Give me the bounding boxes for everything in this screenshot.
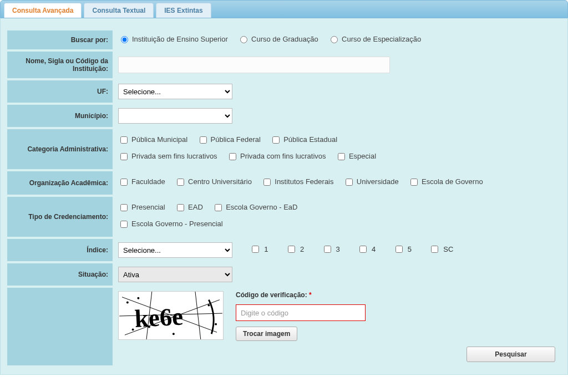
radio-esp-label[interactable]: Curso de Especialização: [328, 34, 421, 43]
chk-ead-label[interactable]: EAD: [175, 200, 203, 215]
radio-grad-label[interactable]: Curso de Graduação: [237, 34, 318, 43]
chk-priv-sem-label[interactable]: Privada sem fins lucrativos: [118, 149, 217, 164]
chk-escola-gov[interactable]: [410, 179, 418, 186]
chk-pub-est-label[interactable]: Pública Estadual: [270, 133, 337, 147]
chk-especial[interactable]: [338, 153, 345, 160]
chk-faculdade[interactable]: [120, 179, 128, 186]
label-situacao: Situação:: [7, 263, 113, 286]
chk-presencial[interactable]: [120, 204, 128, 211]
chk-indice-5[interactable]: [395, 246, 403, 253]
tab-ies-extintas[interactable]: IES Extintas: [156, 3, 211, 18]
chk-faculdade-text: Faculdade: [131, 175, 165, 189]
chk-indice-2[interactable]: [288, 246, 295, 253]
captcha-input[interactable]: [236, 304, 366, 321]
select-indice[interactable]: Selecione...: [118, 242, 232, 258]
svg-point-10: [207, 304, 210, 306]
chk-eg-ead-label[interactable]: Escola Governo - EaD: [212, 200, 297, 215]
chk-pub-est-text: Pública Estadual: [283, 133, 337, 147]
captcha-image: ke6e: [118, 291, 224, 340]
chk-universidade-label[interactable]: Universidade: [343, 175, 399, 189]
select-situacao[interactable]: Ativa: [118, 267, 232, 282]
search-button[interactable]: Pesquisar: [466, 347, 555, 362]
radio-grad[interactable]: [240, 36, 247, 43]
tab-consulta-avancada[interactable]: Consulta Avançada: [4, 3, 82, 18]
chk-pub-mun[interactable]: [120, 136, 128, 144]
chk-indice-3-text: 3: [336, 245, 340, 253]
chk-indice-1[interactable]: [252, 246, 259, 253]
svg-text:ke6e: ke6e: [134, 302, 184, 333]
chk-eg-pres-label[interactable]: Escola Governo - Presencial: [118, 217, 223, 231]
chk-universidade-text: Universidade: [357, 175, 399, 189]
tab-consulta-textual[interactable]: Consulta Textual: [84, 3, 154, 18]
chk-institutos-label[interactable]: Institutos Federais: [261, 175, 333, 189]
label-indice: Índice:: [7, 239, 113, 261]
chk-pub-mun-text: Pública Municipal: [131, 133, 187, 147]
chk-indice-4[interactable]: [359, 246, 367, 253]
chk-pub-fed[interactable]: [200, 136, 207, 144]
captcha-label: Código de verificação: *: [236, 291, 366, 299]
chk-eg-pres[interactable]: [120, 221, 128, 228]
captcha-label-cell: [7, 288, 113, 365]
chk-centro-label[interactable]: Centro Universitário: [175, 175, 252, 189]
radio-esp[interactable]: [331, 36, 338, 43]
svg-point-11: [215, 323, 217, 325]
chk-escola-gov-label[interactable]: Escola de Governo: [408, 175, 483, 189]
chk-pub-est[interactable]: [272, 136, 280, 144]
svg-point-6: [126, 302, 129, 304]
chk-indice-5-text: 5: [408, 245, 412, 253]
change-captcha-button[interactable]: Trocar imagem: [236, 327, 297, 341]
chk-especial-label[interactable]: Especial: [336, 149, 376, 164]
svg-point-12: [132, 328, 134, 330]
label-categoria: Categoria Administrativa:: [7, 129, 113, 169]
chk-universidade[interactable]: [346, 179, 353, 186]
radio-esp-text: Curso de Especialização: [342, 35, 421, 43]
chk-indice-sc-label[interactable]: SC: [429, 244, 453, 254]
chk-centro[interactable]: [177, 179, 184, 186]
chk-institutos-text: Institutos Federais: [275, 175, 333, 189]
radio-ies-label[interactable]: Instituição de Ensino Superior: [118, 34, 228, 43]
chk-priv-com-text: Privada com fins lucrativos: [240, 149, 326, 164]
chk-pub-mun-label[interactable]: Pública Municipal: [118, 133, 187, 147]
chk-eg-ead[interactable]: [215, 204, 222, 211]
chk-indice-4-label[interactable]: 4: [357, 244, 376, 254]
label-buscar-por: Buscar por:: [7, 30, 113, 49]
required-asterisk: *: [309, 291, 312, 299]
chk-eg-pres-text: Escola Governo - Presencial: [131, 217, 223, 231]
select-municipio[interactable]: [118, 108, 232, 124]
chk-priv-sem-text: Privada sem fins lucrativos: [131, 149, 217, 164]
chk-indice-1-text: 1: [264, 245, 268, 253]
input-nome[interactable]: [118, 57, 390, 73]
chk-indice-sc-text: SC: [443, 245, 453, 253]
chk-priv-sem[interactable]: [120, 153, 128, 160]
label-credenciamento: Tipo de Credenciamento:: [7, 197, 113, 237]
chk-presencial-label[interactable]: Presencial: [118, 200, 165, 215]
chk-eg-ead-text: Escola Governo - EaD: [226, 200, 297, 215]
chk-institutos[interactable]: [263, 179, 271, 186]
chk-especial-text: Especial: [349, 149, 376, 164]
chk-ead[interactable]: [177, 204, 184, 211]
chk-pub-fed-label[interactable]: Pública Federal: [197, 133, 261, 147]
chk-indice-2-label[interactable]: 2: [286, 244, 304, 254]
chk-priv-com[interactable]: [229, 153, 236, 160]
svg-point-7: [137, 297, 139, 299]
svg-point-9: [173, 333, 175, 335]
chk-indice-3-label[interactable]: 3: [322, 244, 340, 254]
chk-faculdade-label[interactable]: Faculdade: [118, 175, 165, 189]
chk-indice-3[interactable]: [324, 246, 331, 253]
label-organizacao: Organização Acadêmica:: [7, 171, 113, 195]
label-uf: UF:: [7, 80, 113, 103]
chk-priv-com-label[interactable]: Privada com fins lucrativos: [227, 149, 326, 164]
chk-indice-2-text: 2: [300, 245, 304, 253]
chk-escola-gov-text: Escola de Governo: [422, 175, 483, 189]
chk-presencial-text: Presencial: [131, 200, 165, 215]
chk-ead-text: EAD: [188, 200, 203, 215]
select-uf[interactable]: Selecione...: [118, 84, 232, 99]
chk-indice-1-label[interactable]: 1: [250, 244, 268, 254]
radio-ies[interactable]: [121, 36, 128, 43]
radio-grad-text: Curso de Graduação: [251, 35, 318, 43]
chk-indice-sc[interactable]: [431, 246, 438, 253]
tab-bar: Consulta Avançada Consulta Textual IES E…: [0, 0, 568, 18]
chk-indice-4-text: 4: [372, 245, 376, 253]
chk-indice-5-label[interactable]: 5: [393, 244, 412, 254]
radio-ies-text: Instituição de Ensino Superior: [132, 35, 228, 43]
